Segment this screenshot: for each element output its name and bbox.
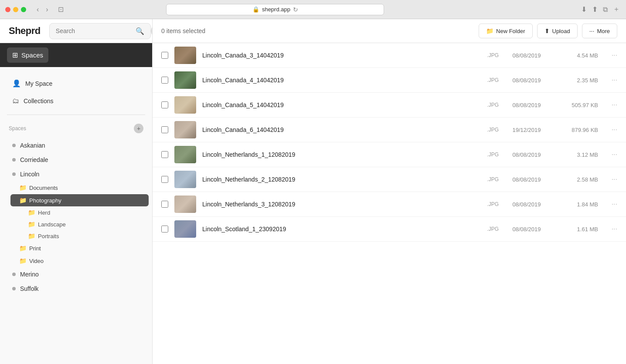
file-checkbox-3[interactable] <box>161 126 168 133</box>
subfolder-item-landscape[interactable]: 📁 Landscape <box>19 219 149 230</box>
space-item-askanian[interactable]: Askanian <box>3 138 149 152</box>
file-more-button[interactable]: ··· <box>604 101 617 109</box>
file-date: 08/08/2019 <box>505 176 548 183</box>
folder-icon: 📁 <box>19 257 27 264</box>
file-size: 4.54 MB <box>555 52 598 59</box>
file-size: 879.96 KB <box>555 127 598 133</box>
table-row[interactable]: Lincoln_Canada_4_14042019 .JPG 08/08/201… <box>153 68 626 93</box>
content-toolbar: 0 items selected 📁 New Folder ⬆ Upload ·… <box>153 19 626 43</box>
file-type: .JPG <box>473 201 499 207</box>
subfolder-item-herd[interactable]: 📁 Herd <box>19 207 149 218</box>
space-item-lincoln[interactable]: Lincoln <box>3 167 149 181</box>
file-checkbox-4[interactable] <box>161 151 168 158</box>
reload-button[interactable]: ↻ <box>293 6 298 13</box>
sidebar-item-collections[interactable]: 🗂 Collections <box>3 93 149 109</box>
file-checkbox-2[interactable] <box>161 101 168 108</box>
myspace-icon: 👤 <box>12 79 21 88</box>
more-icon: ··· <box>589 27 595 34</box>
minimize-button[interactable] <box>13 7 18 12</box>
more-button[interactable]: ··· More <box>582 24 617 38</box>
file-more-button[interactable]: ··· <box>604 126 617 134</box>
file-more-button[interactable]: ··· <box>604 175 617 183</box>
file-more-button[interactable]: ··· <box>604 76 617 84</box>
space-item-corriedale[interactable]: Corriedale <box>3 153 149 167</box>
add-space-button[interactable]: + <box>134 124 143 133</box>
file-checkbox-6[interactable] <box>161 201 168 208</box>
file-size: 505.97 KB <box>555 102 598 108</box>
file-size: 1.61 MB <box>555 226 598 233</box>
file-checkbox-1[interactable] <box>161 77 168 84</box>
file-type: .JPG <box>473 226 499 232</box>
search-input[interactable] <box>56 27 132 34</box>
file-date: 08/08/2019 <box>505 152 548 158</box>
upload-button[interactable]: ⬆ Upload <box>537 24 578 38</box>
file-more-button[interactable]: ··· <box>604 151 617 158</box>
file-checkbox-5[interactable] <box>161 176 168 183</box>
sidebar-item-myspace[interactable]: 👤 My Space <box>3 75 149 92</box>
collections-label: Collections <box>24 98 53 104</box>
file-more-button[interactable]: ··· <box>604 200 617 208</box>
back-button[interactable]: ‹ <box>34 5 41 14</box>
file-checkbox-0[interactable] <box>161 52 168 59</box>
new-folder-button[interactable]: 📁 New Folder <box>479 24 532 38</box>
forward-button[interactable]: › <box>43 5 51 14</box>
pip-button[interactable]: ⧉ <box>602 4 609 15</box>
close-button[interactable] <box>5 7 10 12</box>
space-item-merino[interactable]: Merino <box>3 267 149 281</box>
file-more-button[interactable]: ··· <box>604 51 617 59</box>
table-row[interactable]: Lincoln_Canada_6_14042019 .JPG 19/12/201… <box>153 118 626 142</box>
folder-name: Video <box>29 258 44 264</box>
search-bar[interactable]: 🔍 <box>49 23 151 39</box>
space-name: Merino <box>20 271 39 278</box>
share-button[interactable]: ⬆ <box>591 4 599 15</box>
file-date: 19/12/2019 <box>505 127 548 133</box>
space-dot <box>12 144 16 147</box>
table-row[interactable]: Lincoln_Netherlands_1_12082019 .JPG 08/0… <box>153 142 626 167</box>
spaces-section-label: Spaces <box>9 125 26 131</box>
photography-subfolder-tree: 📁 Herd 📁 Landscape 📁 Portraits <box>7 207 152 242</box>
browser-chrome: ‹ › ⊡ 🔒 sheprd.app ↻ ⬇ ⬆ ⧉ ＋ <box>0 0 626 19</box>
folder-item-documents[interactable]: 📁 Documents <box>10 182 149 194</box>
file-thumbnail <box>174 71 196 89</box>
selected-count: 0 items selected <box>161 27 205 34</box>
table-row[interactable]: Lincoln_Canada_5_14042019 .JPG 08/08/201… <box>153 93 626 118</box>
url-text: sheprd.app <box>262 6 290 13</box>
subfolder-item-portraits[interactable]: 📁 Portraits <box>19 230 149 242</box>
spaces-nav-item[interactable]: ⊞ Spaces <box>7 47 48 63</box>
file-more-button[interactable]: ··· <box>604 225 617 233</box>
file-checkbox-7[interactable] <box>161 226 168 233</box>
table-row[interactable]: Lincoln_Canada_3_14042019 .JPG 08/08/201… <box>153 43 626 68</box>
grid-icon: ⊞ <box>12 51 18 59</box>
upload-icon: ⬆ <box>544 27 550 34</box>
folder-icon: 📁 <box>28 233 35 239</box>
folder-item-photography[interactable]: 📁 Photography <box>10 194 149 206</box>
space-dot <box>12 287 16 290</box>
address-bar: 🔒 sheprd.app ↻ <box>166 4 384 15</box>
table-row[interactable]: Lincoln_Scotland_1_23092019 .JPG 08/08/2… <box>153 217 626 242</box>
maximize-button[interactable] <box>21 7 26 12</box>
file-date: 08/08/2019 <box>505 77 548 84</box>
file-date: 08/08/2019 <box>505 102 548 108</box>
file-name: Lincoln_Canada_6_14042019 <box>202 126 466 133</box>
file-name: Lincoln_Scotland_1_23092019 <box>202 226 466 233</box>
file-thumbnail <box>174 171 196 188</box>
file-name: Lincoln_Netherlands_3_12082019 <box>202 201 466 208</box>
sidebar-toggle-button[interactable]: ⊡ <box>55 4 66 14</box>
browser-actions: ⬇ ⬆ ⧉ ＋ <box>580 4 621 15</box>
table-row[interactable]: Lincoln_Netherlands_3_12082019 .JPG 08/0… <box>153 192 626 217</box>
file-type: .JPG <box>473 52 499 58</box>
file-thumbnail <box>174 195 196 213</box>
download-button[interactable]: ⬇ <box>580 4 588 15</box>
folder-name: Print <box>29 245 41 252</box>
top-bar: Sheprd 🔍 👤 Admin ▾ 🔔 ··· <box>0 19 152 43</box>
space-item-suffolk[interactable]: Suffolk <box>3 282 149 296</box>
folder-item-print[interactable]: 📁 Print <box>10 242 149 254</box>
file-size: 2.58 MB <box>555 176 598 183</box>
folder-item-video[interactable]: 📁 Video <box>10 255 149 267</box>
new-tab-button[interactable]: ＋ <box>612 4 621 15</box>
file-date: 08/08/2019 <box>505 226 548 233</box>
space-dot <box>12 158 16 162</box>
table-row[interactable]: Lincoln_Netherlands_2_12082019 .JPG 08/0… <box>153 167 626 192</box>
space-name: Askanian <box>20 142 45 149</box>
folder-icon: 📁 <box>19 184 27 191</box>
